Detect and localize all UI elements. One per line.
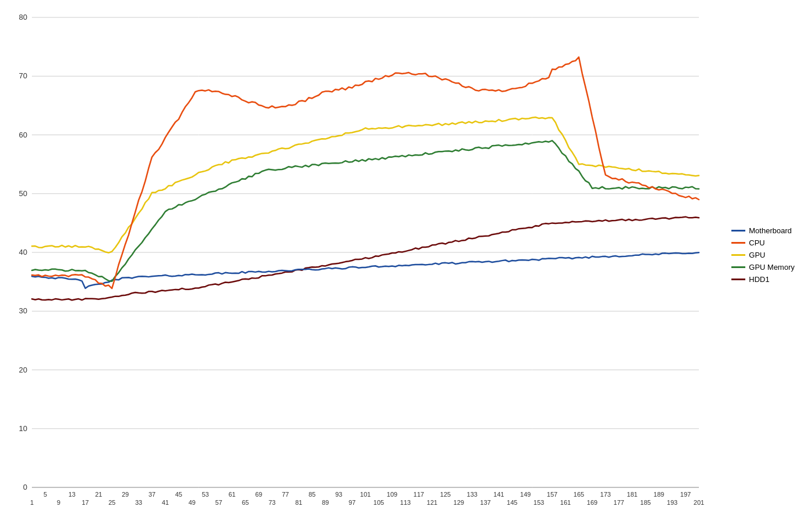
chart-legend: Motherboard CPU GPU GPU Memory HDD1 xyxy=(731,226,795,284)
legend-label-hdd1: HDD1 xyxy=(749,275,769,284)
legend-label-motherboard: Motherboard xyxy=(749,226,792,235)
legend-color-gpu-memory xyxy=(731,266,745,268)
legend-color-cpu xyxy=(731,242,745,244)
legend-item-motherboard: Motherboard xyxy=(731,226,795,235)
legend-color-motherboard xyxy=(731,230,745,232)
legend-item-hdd1: HDD1 xyxy=(731,275,795,284)
chart-container: Motherboard CPU GPU GPU Memory HDD1 xyxy=(0,0,812,528)
legend-color-gpu xyxy=(731,254,745,256)
legend-label-gpu-memory: GPU Memory xyxy=(749,263,795,272)
legend-item-gpu: GPU xyxy=(731,251,795,259)
legend-label-cpu: CPU xyxy=(749,238,764,247)
legend-item-cpu: CPU xyxy=(731,238,795,247)
legend-color-hdd1 xyxy=(731,279,745,280)
legend-item-gpu-memory: GPU Memory xyxy=(731,263,795,272)
legend-label-gpu: GPU xyxy=(749,251,765,259)
